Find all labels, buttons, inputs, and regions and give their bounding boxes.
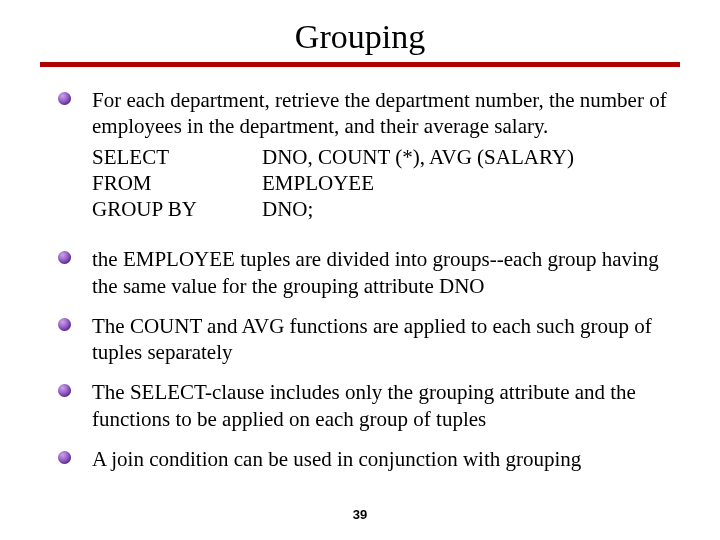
sql-keyword: GROUP BY [92,196,262,222]
slide-title: Grouping [40,18,680,56]
bullet-item: the EMPLOYEE tuples are divided into gro… [58,246,670,299]
sql-keyword: FROM [92,170,262,196]
sql-value: DNO, COUNT (*), AVG (SALARY) [262,144,574,170]
bullet-item: For each department, retrieve the depart… [58,87,670,222]
bullet-item: A join condition can be used in conjunct… [58,446,670,472]
bullet-text: A join condition can be used in conjunct… [92,447,581,471]
sql-row: FROM EMPLOYEE [92,170,670,196]
sql-value: EMPLOYEE [262,170,374,196]
bullet-list: For each department, retrieve the depart… [58,87,670,472]
bullet-text: For each department, retrieve the depart… [92,88,667,138]
slide: Grouping For each department, retrieve t… [0,0,720,540]
page-number: 39 [0,507,720,522]
sql-row: GROUP BY DNO; [92,196,670,222]
horizontal-rule [40,62,680,67]
bullet-text: The COUNT and AVG functions are applied … [92,314,652,364]
sql-row: SELECT DNO, COUNT (*), AVG (SALARY) [92,144,670,170]
sql-block: SELECT DNO, COUNT (*), AVG (SALARY) FROM… [92,144,670,223]
bullet-item: The SELECT-clause includes only the grou… [58,379,670,432]
sql-keyword: SELECT [92,144,262,170]
bullet-text: the EMPLOYEE tuples are divided into gro… [92,247,659,297]
sql-value: DNO; [262,196,313,222]
bullet-text: The SELECT-clause includes only the grou… [92,380,636,430]
bullet-item: The COUNT and AVG functions are applied … [58,313,670,366]
